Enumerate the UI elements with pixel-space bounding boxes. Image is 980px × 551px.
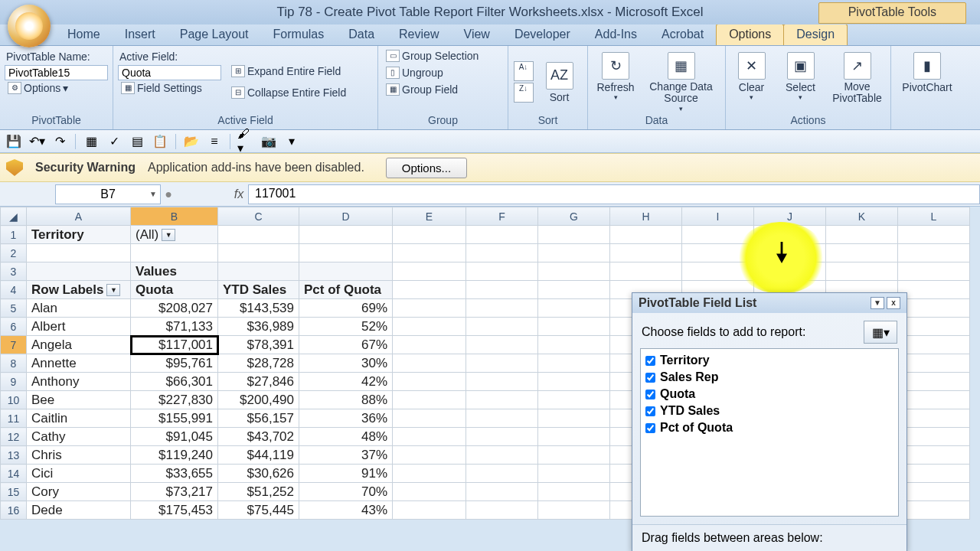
field-list-dropdown-icon[interactable]: ▼	[871, 297, 884, 309]
col-header-F[interactable]: F	[466, 207, 538, 226]
row-header[interactable]: 13	[1, 446, 27, 465]
data-cell[interactable]: Caitlin	[27, 409, 131, 428]
quota-header[interactable]: Quota	[131, 281, 218, 299]
data-cell[interactable]: 88%	[299, 391, 393, 409]
qat-icon-4[interactable]: 📋	[151, 133, 169, 150]
selected-cell[interactable]: $117,001	[131, 336, 218, 354]
data-cell[interactable]: $78,391	[218, 336, 299, 354]
row-header[interactable]: 12	[1, 428, 27, 446]
col-header-J[interactable]: J	[754, 207, 826, 226]
select-button[interactable]: ▣Select▾	[778, 49, 824, 114]
row-header[interactable]: 7	[1, 336, 27, 354]
data-cell[interactable]: 91%	[299, 465, 393, 483]
col-header-G[interactable]: G	[538, 207, 610, 226]
redo-icon[interactable]: ↷	[51, 133, 69, 150]
row-header[interactable]: 14	[1, 465, 27, 483]
tab-acrobat[interactable]: Acrobat	[649, 24, 716, 45]
rowlabels-dropdown-icon[interactable]: ▼	[106, 284, 120, 296]
row-header[interactable]: 16	[1, 501, 27, 520]
data-cell[interactable]: $71,133	[131, 318, 218, 336]
group-field-button[interactable]: ▦Group Field	[383, 83, 503, 96]
tab-data[interactable]: Data	[336, 24, 387, 45]
row-labels-header[interactable]: Row Labels▼	[27, 281, 131, 299]
tab-options[interactable]: Options	[716, 24, 784, 45]
row-header[interactable]: 1	[1, 226, 27, 244]
data-cell[interactable]: Chris	[27, 446, 131, 465]
undo-icon[interactable]: ↶▾	[28, 133, 46, 150]
row-header[interactable]: 4	[1, 281, 27, 299]
tab-design[interactable]: Design	[783, 24, 848, 45]
data-cell[interactable]: 42%	[299, 373, 393, 391]
formula-input[interactable]: 117001	[248, 184, 980, 204]
tab-home[interactable]: Home	[55, 24, 113, 45]
data-cell[interactable]: 36%	[299, 409, 393, 428]
qat-icon-3[interactable]: ▤	[128, 133, 146, 150]
col-header-K[interactable]: K	[826, 207, 898, 226]
field-list-titlebar[interactable]: PivotTable Field List ▼ x	[632, 293, 906, 313]
sort-asc-icon[interactable]: A↓	[514, 61, 534, 81]
qat-icon-8[interactable]: 📷	[260, 133, 278, 150]
ungroup-button[interactable]: ▯Ungroup	[383, 66, 503, 80]
tab-page-layout[interactable]: Page Layout	[168, 24, 261, 45]
data-cell[interactable]: $30,626	[218, 465, 299, 483]
sort-button[interactable]: AZSort	[537, 59, 583, 105]
filter-value[interactable]: (All)▼	[131, 226, 218, 244]
qat-icon-1[interactable]: ▦	[82, 133, 100, 150]
data-cell[interactable]: $91,045	[131, 428, 218, 446]
tab-insert[interactable]: Insert	[113, 24, 168, 45]
change-data-source-button[interactable]: ▦Change Data Source▾	[642, 49, 720, 114]
fx-icon[interactable]: fx	[230, 187, 248, 201]
options-button[interactable]: ⚙Options ▾	[5, 81, 108, 95]
field-checkbox[interactable]: Sales Rep	[644, 369, 895, 386]
data-cell[interactable]: $208,027	[131, 299, 218, 318]
pct-header[interactable]: Pct of Quota	[299, 281, 393, 299]
row-header[interactable]: 9	[1, 373, 27, 391]
data-cell[interactable]: Anthony	[27, 373, 131, 391]
tab-add-ins[interactable]: Add-Ins	[583, 24, 649, 45]
data-cell[interactable]: Annette	[27, 354, 131, 373]
ytd-header[interactable]: YTD Sales	[218, 281, 299, 299]
data-cell[interactable]: $75,445	[218, 501, 299, 520]
data-cell[interactable]: 48%	[299, 428, 393, 446]
data-cell[interactable]: 52%	[299, 318, 393, 336]
tab-formulas[interactable]: Formulas	[261, 24, 337, 45]
field-checkbox[interactable]: Territory	[644, 352, 895, 369]
move-pivottable-button[interactable]: ↗Move PivotTable	[827, 49, 888, 114]
field-checkbox[interactable]: Quota	[644, 386, 895, 403]
close-icon[interactable]: x	[887, 297, 900, 309]
row-header[interactable]: 15	[1, 483, 27, 501]
col-header-C[interactable]: C	[218, 207, 299, 226]
data-cell[interactable]: Cathy	[27, 428, 131, 446]
data-cell[interactable]: $200,490	[218, 391, 299, 409]
expand-field-button[interactable]: ⊞Expand Entire Field	[228, 64, 349, 78]
filter-dropdown-icon[interactable]: ▼	[162, 229, 175, 241]
col-header-E[interactable]: E	[393, 207, 466, 226]
row-header[interactable]: 11	[1, 409, 27, 428]
data-cell[interactable]: 70%	[299, 483, 393, 501]
data-cell[interactable]: Bee	[27, 391, 131, 409]
field-checkbox[interactable]: YTD Sales	[644, 403, 895, 419]
qat-icon-7[interactable]: 🖌▾	[237, 133, 255, 150]
data-cell[interactable]: Angela	[27, 336, 131, 354]
data-cell[interactable]: $36,989	[218, 318, 299, 336]
data-cell[interactable]: 30%	[299, 354, 393, 373]
col-header-A[interactable]: A	[27, 207, 131, 226]
data-cell[interactable]: Cory	[27, 483, 131, 501]
col-header-B[interactable]: B	[131, 207, 218, 226]
col-header-H[interactable]: H	[610, 207, 682, 226]
active-field-input[interactable]	[118, 65, 221, 80]
row-header[interactable]: 10	[1, 391, 27, 409]
data-cell[interactable]: 43%	[299, 501, 393, 520]
sort-desc-icon[interactable]: Z↓	[514, 83, 534, 103]
office-button[interactable]	[8, 5, 51, 47]
data-cell[interactable]: $28,728	[218, 354, 299, 373]
field-list-fields[interactable]: Territory Sales Rep Quota YTD Sales Pct …	[640, 348, 899, 517]
name-box[interactable]: B7▼	[55, 184, 161, 204]
data-cell[interactable]: $66,301	[131, 373, 218, 391]
save-icon[interactable]: 💾	[5, 133, 23, 150]
data-cell[interactable]: 69%	[299, 299, 393, 318]
data-cell[interactable]: $33,655	[131, 465, 218, 483]
row-header[interactable]: 2	[1, 244, 27, 262]
data-cell[interactable]: Albert	[27, 318, 131, 336]
group-selection-button[interactable]: ▭Group Selection	[383, 49, 503, 63]
